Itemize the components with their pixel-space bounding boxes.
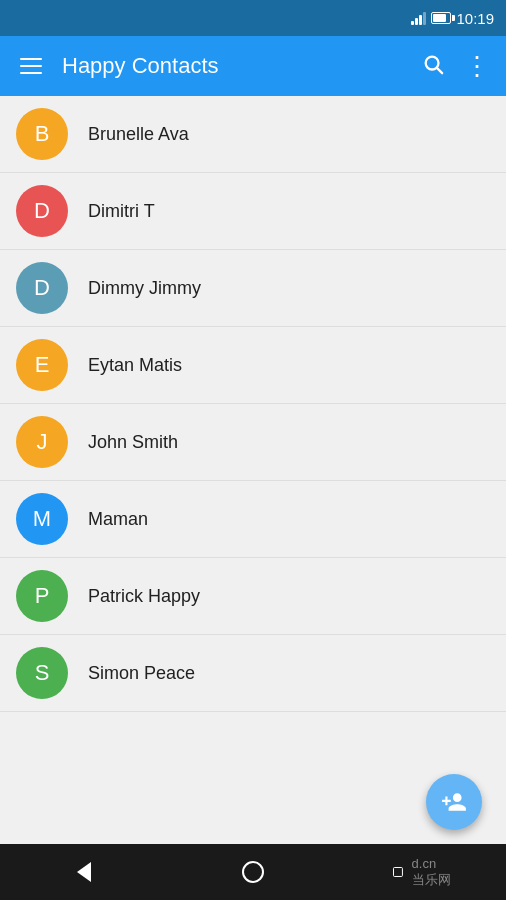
watermark: d.cn 当乐网 <box>412 856 452 889</box>
contact-avatar: M <box>16 493 68 545</box>
contact-avatar: B <box>16 108 68 160</box>
contact-name: Simon Peace <box>88 663 195 684</box>
search-button[interactable] <box>422 53 444 80</box>
svg-line-1 <box>437 68 442 73</box>
contact-item[interactable]: SSimon Peace <box>0 635 506 712</box>
more-options-button[interactable]: ⋮ <box>464 53 490 79</box>
signal-bar-1 <box>411 21 414 25</box>
add-contact-fab[interactable] <box>426 774 482 830</box>
status-icons: 10:19 <box>411 10 494 27</box>
battery-fill <box>433 14 446 22</box>
toolbar-icons: ⋮ <box>422 53 490 80</box>
contacts-list: BBrunelle AvaDDimitri TDDimmy JimmyEEyta… <box>0 96 506 844</box>
contact-name: Eytan Matis <box>88 355 182 376</box>
menu-line-1 <box>20 58 42 60</box>
contact-item[interactable]: DDimitri T <box>0 173 506 250</box>
contact-name: Brunelle Ava <box>88 124 189 145</box>
home-button[interactable] <box>223 852 283 892</box>
contact-name: Maman <box>88 509 148 530</box>
app-title: Happy Contacts <box>62 53 406 79</box>
contact-item[interactable]: MMaman <box>0 481 506 558</box>
signal-bar-4 <box>423 12 426 25</box>
contact-avatar: S <box>16 647 68 699</box>
nav-bar: d.cn 当乐网 <box>0 844 506 900</box>
recents-area[interactable]: d.cn 当乐网 <box>392 852 452 892</box>
contact-item[interactable]: JJohn Smith <box>0 404 506 481</box>
home-icon <box>242 861 264 883</box>
menu-line-3 <box>20 72 42 74</box>
menu-line-2 <box>20 65 42 67</box>
contact-item[interactable]: EEytan Matis <box>0 327 506 404</box>
contact-avatar: P <box>16 570 68 622</box>
contact-avatar: E <box>16 339 68 391</box>
recents-icon <box>392 864 404 880</box>
status-time: 10:19 <box>456 10 494 27</box>
contact-name: John Smith <box>88 432 178 453</box>
contact-avatar: D <box>16 185 68 237</box>
menu-button[interactable] <box>16 54 46 78</box>
contact-avatar: J <box>16 416 68 468</box>
contact-name: Dimmy Jimmy <box>88 278 201 299</box>
signal-bar-2 <box>415 18 418 25</box>
contact-item[interactable]: DDimmy Jimmy <box>0 250 506 327</box>
status-bar: 10:19 <box>0 0 506 36</box>
contact-avatar: D <box>16 262 68 314</box>
svg-rect-2 <box>393 868 402 877</box>
contact-item[interactable]: BBrunelle Ava <box>0 96 506 173</box>
contact-name: Patrick Happy <box>88 586 200 607</box>
signal-bar-3 <box>419 15 422 25</box>
app-bar: Happy Contacts ⋮ <box>0 36 506 96</box>
contact-name: Dimitri T <box>88 201 155 222</box>
signal-icon <box>411 11 426 25</box>
back-button[interactable] <box>54 852 114 892</box>
back-icon <box>77 862 91 882</box>
contact-item[interactable]: PPatrick Happy <box>0 558 506 635</box>
battery-icon <box>431 12 451 24</box>
